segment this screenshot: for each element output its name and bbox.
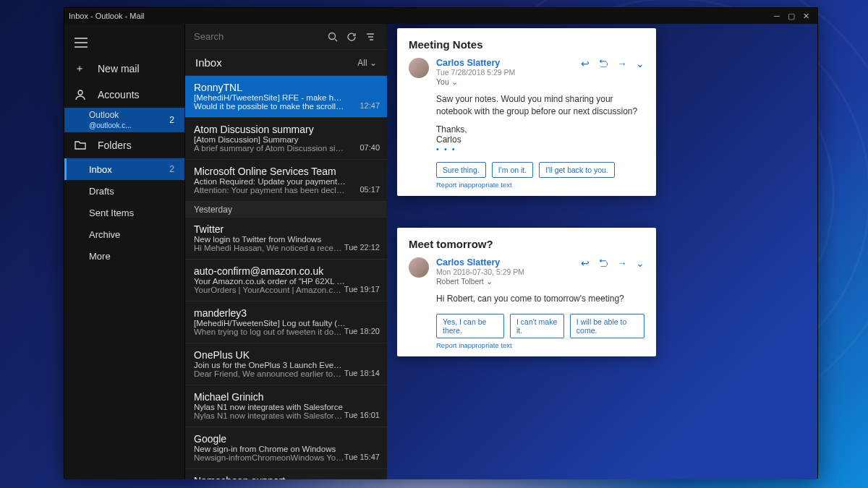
forward-icon[interactable]: → [617, 58, 627, 69]
report-link[interactable]: Report inappropriate text [436, 341, 644, 349]
message-item[interactable]: auto-confirm@amazon.co.ukYour Amazon.co.… [185, 260, 387, 301]
suggested-reply[interactable]: I'm on it. [492, 162, 533, 178]
search-input[interactable] [194, 31, 322, 42]
nav-pane: ＋ New mail Accounts Outlook @outlook.c..… [64, 24, 184, 479]
preview-card-1: Meeting Notes Carlos Slattery Tue 7/28/2… [397, 28, 656, 196]
search-icon[interactable] [328, 32, 341, 42]
reply-all-icon[interactable]: ⮌ [598, 58, 608, 69]
chevron-down-icon[interactable]: ⌄ [636, 58, 644, 69]
avatar [409, 257, 429, 278]
message-item[interactable]: Microsoft Online Services TeamAction Req… [185, 160, 387, 202]
chevron-down-icon[interactable]: ⌄ [636, 257, 644, 269]
preview-card-2: Meet tomorrow? Carlos Slattery Mon 2018-… [397, 228, 656, 356]
close-button[interactable]: ✕ [799, 12, 813, 21]
sent-date: Tue 7/28/2018 5:29 PM [436, 68, 515, 77]
suggested-reply[interactable]: I'll get back to you. [539, 162, 615, 178]
account-email: @outlook.c... [89, 121, 132, 129]
reply-all-icon[interactable]: ⮌ [598, 257, 608, 269]
folder-more[interactable]: More [64, 245, 184, 267]
report-link[interactable]: Report inappropriate text [436, 181, 644, 189]
hamburger-button[interactable] [64, 30, 184, 56]
folders-label: Folders [98, 140, 132, 151]
message-item[interactable]: Namecheap supportFINAL NOTICE: Your doma… [185, 469, 387, 479]
search-bar [185, 24, 387, 50]
chevron-down-icon[interactable]: ⌄ [451, 77, 458, 86]
account-count: 2 [169, 115, 174, 125]
account-name: Outlook [89, 110, 132, 120]
accounts-label: Accounts [98, 89, 140, 100]
avatar [409, 58, 429, 78]
forward-icon[interactable]: → [617, 257, 627, 269]
date-divider: Yesterday [185, 202, 387, 218]
message-item[interactable]: TwitterNew login to Twitter from Windows… [185, 218, 387, 260]
message-item[interactable]: OnePlus UKJoin us for the OnePlus 3 Laun… [185, 343, 387, 385]
person-icon [75, 89, 88, 100]
menu-icon [75, 38, 88, 48]
minimize-button[interactable]: ─ [770, 12, 784, 20]
chevron-down-icon[interactable]: ⌄ [486, 277, 493, 286]
suggested-reply[interactable]: Sure thing. [436, 162, 486, 178]
message-body: Saw your notes. Would you mind sharing y… [436, 93, 644, 119]
reply-icon[interactable]: ↩ [581, 257, 590, 269]
list-header: Inbox All ⌄ [185, 50, 387, 76]
new-mail-button[interactable]: ＋ New mail [64, 56, 184, 82]
suggested-reply[interactable]: I can't make it. [510, 314, 564, 338]
message-item[interactable]: Michael GrinichNylas N1 now integrates w… [185, 385, 387, 427]
folder-archive[interactable]: Archive [64, 223, 184, 245]
mail-window: Inbox - Outlook - Mail ─ ▢ ✕ ＋ New mail … [64, 7, 818, 479]
maximize-button[interactable]: ▢ [784, 12, 799, 21]
sender-name: Carlos Slattery [436, 58, 515, 68]
sent-date: Mon 2018-07-30, 5:29 PM [436, 267, 524, 276]
list-title: Inbox [195, 56, 222, 69]
accounts-button[interactable]: Accounts [64, 82, 184, 108]
svg-point-0 [78, 90, 82, 95]
plus-icon: ＋ [75, 62, 88, 75]
suggested-reply[interactable]: I will be able to come. [570, 314, 644, 338]
message-list-pane: Inbox All ⌄ RonnyTNL[MehediH/TweetenSite… [184, 24, 387, 479]
folder-icon [75, 140, 88, 150]
card-title: Meeting Notes [409, 38, 644, 51]
message-item[interactable]: manderley3[MehediH/TweetenSite] Log out … [185, 301, 387, 343]
message-item[interactable]: RonnyTNL[MehediH/TweetenSite] RFE - make… [185, 76, 387, 118]
filter-dropdown[interactable]: All ⌄ [357, 58, 377, 68]
window-title: Inbox - Outlook - Mail [69, 12, 770, 20]
sender-name: Carlos Slattery [436, 257, 524, 267]
folders-button[interactable]: Folders [64, 132, 184, 158]
folder-drafts[interactable]: Drafts [64, 180, 184, 202]
chevron-down-icon: ⌄ [370, 58, 377, 68]
suggested-reply[interactable]: Yes, I can be there. [436, 314, 504, 338]
filter-icon[interactable] [365, 32, 378, 42]
new-mail-label: New mail [98, 63, 140, 74]
card-title: Meet tomorrow? [409, 238, 644, 250]
account-outlook[interactable]: Outlook @outlook.c... 2 [64, 108, 184, 132]
folder-inbox[interactable]: Inbox2 [64, 158, 184, 180]
refresh-icon[interactable] [346, 32, 359, 42]
message-item[interactable]: GoogleNew sign-in from Chrome on Windows… [185, 427, 387, 469]
recipient: Robert Tolbert [436, 277, 484, 286]
svg-point-1 [329, 33, 336, 39]
expand-dots[interactable]: • • • [436, 145, 644, 153]
reading-pane: Meeting Notes Carlos Slattery Tue 7/28/2… [387, 24, 817, 479]
reply-icon[interactable]: ↩ [581, 58, 590, 69]
titlebar: Inbox - Outlook - Mail ─ ▢ ✕ [64, 8, 817, 24]
message-item[interactable]: Atom Discussion summary[Atom Discussion]… [185, 118, 387, 160]
recipient: You [436, 77, 449, 86]
message-body: Hi Robert, can you come to tomorrow's me… [436, 293, 644, 305]
folder-sent-items[interactable]: Sent Items [64, 202, 184, 223]
